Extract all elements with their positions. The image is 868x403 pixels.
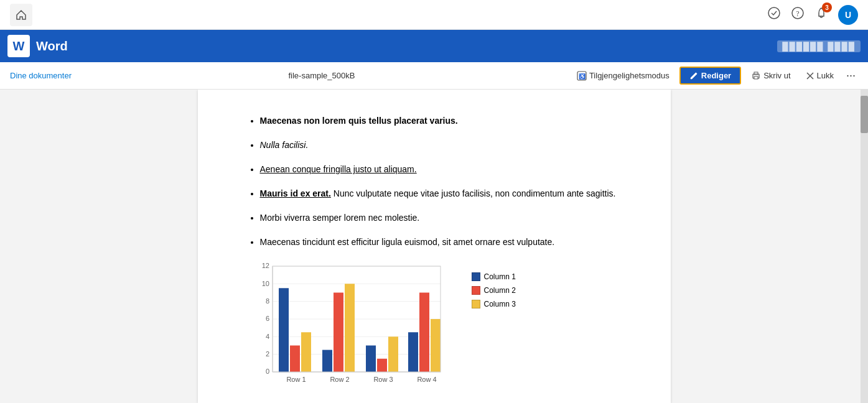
bar-r4-c3 <box>431 319 441 372</box>
toolbar: Dine dokumenter file-sample_500kB ♿ Tilg… <box>0 62 868 90</box>
legend-item-col3: Column 3 <box>472 300 516 308</box>
edit-button[interactable]: Rediger <box>679 67 741 85</box>
close-icon <box>806 72 814 80</box>
user-initial: U <box>845 10 851 20</box>
check-circle-svg <box>767 6 781 20</box>
bar-r1-c2 <box>290 346 300 373</box>
system-bar-left <box>10 4 32 26</box>
bar-r3-c1 <box>366 346 376 373</box>
app-icon-letter: W <box>13 39 25 53</box>
accessibility-label: Tilgjengelighetsmodus <box>589 71 670 80</box>
document-area: Maecenas non lorem quis tellus placerat … <box>0 90 868 403</box>
app-title: Word <box>36 39 68 53</box>
system-bar: ? 3 U <box>0 0 868 30</box>
list-item: Nulla facilisi. <box>260 139 621 152</box>
filename: file-sample_500kB <box>72 71 572 80</box>
svg-text:Row 1: Row 1 <box>286 376 306 383</box>
legend-label-col2: Column 2 <box>484 286 516 295</box>
chart-svg: 0 2 4 6 8 10 <box>248 260 459 391</box>
system-bar-right: ? 3 U <box>767 5 858 25</box>
list-item: Maecenas non lorem quis tellus placerat … <box>260 114 621 127</box>
legend-color-col3 <box>472 300 480 308</box>
svg-text:4: 4 <box>265 333 269 340</box>
bullet-text-4-prefix: Mauris id ex erat. <box>260 188 331 198</box>
svg-text:♿: ♿ <box>578 72 586 80</box>
list-item: Morbi viverra semper lorem nec molestie. <box>260 211 621 225</box>
list-item: Mauris id ex erat. Nunc vulputate neque … <box>260 187 621 200</box>
check-circle-icon[interactable] <box>767 6 781 23</box>
chart-container: 0 2 4 6 8 10 <box>248 260 621 391</box>
close-button[interactable]: Lukk <box>801 68 839 83</box>
legend-label-col3: Column 3 <box>484 300 516 308</box>
user-name-blurred: ██████ ████ <box>777 40 861 52</box>
list-item: Maecenas tincidunt est efficitur ligula … <box>260 236 621 249</box>
bullet-text-3: Aenean conque fringilla justo ut aliquam… <box>260 164 417 174</box>
legend-color-col2 <box>472 286 480 295</box>
home-button[interactable] <box>10 4 32 26</box>
bullet-text-6: Maecenas tincidunt est efficitur ligula … <box>260 237 555 247</box>
bar-r4-c2 <box>419 293 429 373</box>
bullet-text-1: Maecenas non lorem quis tellus placerat … <box>260 116 458 126</box>
svg-text:2: 2 <box>265 350 269 358</box>
scrollbar-thumb[interactable] <box>861 96 868 133</box>
bar-r3-c3 <box>388 336 398 372</box>
more-button[interactable]: ··· <box>844 67 858 85</box>
user-avatar[interactable]: U <box>838 5 858 25</box>
bar-r3-c2 <box>377 359 387 372</box>
chart-legend: Column 1 Column 2 Column 3 <box>472 272 516 308</box>
svg-text:Row 2: Row 2 <box>330 376 349 383</box>
bar-chart: 0 2 4 6 8 10 <box>248 260 459 391</box>
edit-label: Rediger <box>701 71 731 80</box>
accessibility-icon: ♿ <box>577 71 587 81</box>
svg-text:0: 0 <box>265 368 269 375</box>
list-item: Aenean conque fringilla justo ut aliquam… <box>260 163 621 176</box>
svg-text:6: 6 <box>265 315 269 322</box>
legend-item-col1: Column 1 <box>472 272 516 281</box>
legend-label-col1: Column 1 <box>484 272 516 281</box>
print-button[interactable]: Skriv ut <box>746 68 795 83</box>
legend-color-col1 <box>472 272 480 281</box>
ellipsis-icon: ··· <box>846 69 856 81</box>
app-bar-user: ██████ ████ <box>777 42 861 51</box>
svg-text:10: 10 <box>261 280 269 287</box>
pencil-icon <box>689 72 698 80</box>
toolbar-right: ♿ Tilgjengelighetsmodus Rediger Skriv ut… <box>572 67 858 85</box>
bar-r2-c2 <box>334 293 343 373</box>
bullet-text-5: Morbi viverra semper lorem nec molestie. <box>260 213 420 223</box>
bar-r4-c1 <box>408 332 418 372</box>
svg-text:Row 4: Row 4 <box>417 376 436 383</box>
help-svg: ? <box>791 6 805 20</box>
notification-badge: 3 <box>822 2 832 12</box>
breadcrumb[interactable]: Dine dokumenter <box>10 71 72 80</box>
app-icon: W <box>7 35 30 57</box>
svg-rect-6 <box>754 76 758 79</box>
accessibility-button[interactable]: ♿ Tilgjengelighetsmodus <box>572 68 674 83</box>
bar-r2-c1 <box>322 350 332 372</box>
app-bar: W Word ██████ ████ <box>0 30 868 62</box>
bullet-list: Maecenas non lorem quis tellus placerat … <box>248 114 621 249</box>
notification-wrapper[interactable]: 3 <box>814 6 828 23</box>
home-icon <box>15 9 27 21</box>
close-label: Lukk <box>817 71 834 80</box>
bar-r2-c3 <box>345 284 355 372</box>
svg-text:8: 8 <box>265 297 269 305</box>
svg-point-0 <box>768 7 780 19</box>
bar-r1-c1-v <box>279 288 289 372</box>
printer-icon <box>751 71 761 81</box>
bullet-text-4-suffix: Nunc vulputate neque vitae justo facilis… <box>331 188 616 198</box>
bar-r1-c3 <box>301 332 311 372</box>
print-label: Skriv ut <box>763 71 790 80</box>
svg-text:?: ? <box>796 9 799 18</box>
svg-text:Row 3: Row 3 <box>373 376 393 383</box>
help-icon[interactable]: ? <box>791 6 805 23</box>
document-page: Maecenas non lorem quis tellus placerat … <box>198 90 671 403</box>
scrollbar[interactable] <box>861 90 868 403</box>
legend-item-col2: Column 2 <box>472 286 516 295</box>
svg-text:12: 12 <box>261 262 269 269</box>
bullet-text-2: Nulla facilisi. <box>260 140 309 150</box>
